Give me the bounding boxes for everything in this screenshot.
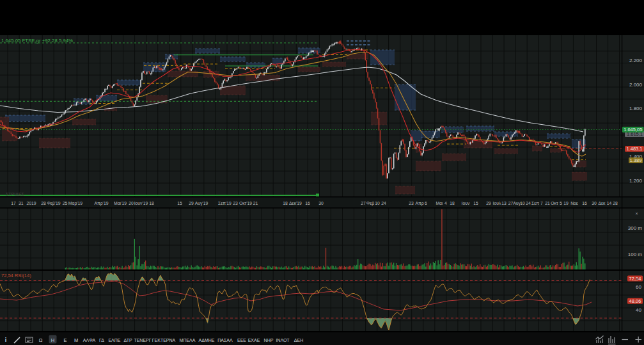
svg-text:×: × bbox=[635, 211, 638, 216]
svg-text:23: 23 bbox=[233, 201, 238, 205]
svg-text:×: × bbox=[636, 277, 638, 281]
svg-text:24: 24 bbox=[526, 201, 531, 205]
svg-text:Ιουν'19: Ιουν'19 bbox=[134, 201, 148, 205]
svg-text:23: 23 bbox=[409, 201, 414, 205]
svg-text:Δεκ'19: Δεκ'19 bbox=[289, 201, 302, 205]
svg-text:30: 30 bbox=[318, 201, 324, 205]
svg-text:ΠΑΣΑΛ: ΠΑΣΑΛ bbox=[217, 338, 233, 342]
svg-text:ΕΕΕ: ΕΕΕ bbox=[237, 338, 246, 342]
svg-text:28: 28 bbox=[613, 201, 618, 205]
svg-text:21: 21 bbox=[545, 201, 550, 205]
svg-text:1.200: 1.200 bbox=[629, 178, 643, 184]
svg-text:40: 40 bbox=[636, 307, 641, 313]
svg-text:1.800: 1.800 bbox=[629, 106, 643, 111]
svg-text:30: 30 bbox=[592, 201, 597, 205]
svg-text:100 m: 100 m bbox=[628, 252, 643, 257]
svg-text:60: 60 bbox=[636, 284, 641, 290]
svg-text:Οκτ: Οκτ bbox=[551, 201, 558, 205]
svg-text:10: 10 bbox=[375, 201, 380, 205]
svg-text:Ε: Ε bbox=[63, 337, 67, 343]
svg-text:18: 18 bbox=[450, 201, 455, 205]
svg-text:ΑΛΦΑ: ΑΛΦΑ bbox=[83, 338, 96, 342]
svg-text:18: 18 bbox=[149, 201, 154, 205]
svg-text:ΝΗΡ: ΝΗΡ bbox=[264, 338, 274, 342]
svg-text:2.200: 2.200 bbox=[629, 58, 643, 63]
svg-text:Ιουν: Ιουν bbox=[462, 201, 470, 205]
svg-text:19: 19 bbox=[563, 201, 569, 205]
svg-text:ΙΝΛΟΤ: ΙΝΛΟΤ bbox=[276, 338, 290, 342]
svg-text:ΕΛΠΕ: ΕΛΠΕ bbox=[108, 338, 120, 342]
svg-text:4: 4 bbox=[444, 201, 447, 205]
svg-text:ΤΕΝΕΡΓ: ΤΕΝΕΡΓ bbox=[134, 338, 151, 342]
svg-text:15: 15 bbox=[177, 201, 182, 205]
svg-text:Μαι: Μαι bbox=[436, 201, 443, 205]
svg-text:24: 24 bbox=[381, 201, 386, 205]
svg-text:ΑΔΜΗΕ: ΑΔΜΗΕ bbox=[199, 338, 215, 342]
svg-text:2.000: 2.000 bbox=[629, 82, 643, 88]
svg-text:Οκτ'19: Οκτ'19 bbox=[239, 201, 252, 205]
svg-text:Σεπ'19: Σεπ'19 bbox=[218, 201, 232, 205]
svg-text:Απρ: Απρ bbox=[415, 201, 423, 206]
svg-text:29: 29 bbox=[189, 201, 194, 205]
svg-text:48,06: 48,06 bbox=[629, 298, 641, 304]
svg-text:Ιουλ: Ιουλ bbox=[493, 201, 501, 205]
svg-text:13: 13 bbox=[501, 201, 507, 205]
svg-text:Μ: Μ bbox=[74, 337, 78, 343]
svg-text:Σεπ: Σεπ bbox=[531, 201, 539, 205]
svg-text:Φεβ: Φεβ bbox=[366, 201, 374, 206]
svg-text:2019: 2019 bbox=[26, 201, 36, 205]
svg-text:16: 16 bbox=[305, 201, 310, 205]
svg-text:27: 27 bbox=[361, 201, 366, 205]
svg-text:ΜΠΕΛΑ: ΜΠΕΛΑ bbox=[180, 338, 196, 342]
svg-text:25: 25 bbox=[63, 201, 68, 205]
svg-text:ΔΤΡ: ΔΤΡ bbox=[123, 338, 132, 342]
svg-text:i: i bbox=[5, 337, 7, 343]
svg-text:17: 17 bbox=[11, 201, 16, 205]
svg-text:Απρ'19: Απρ'19 bbox=[95, 201, 109, 206]
svg-text:20: 20 bbox=[129, 201, 134, 205]
svg-text:1,645.05 FTSE.gr +92.28 5.94%: 1,645.05 FTSE.gr +92.28 5.94% bbox=[1, 38, 73, 44]
svg-text:ΓΔ: ΓΔ bbox=[99, 338, 104, 342]
svg-text:ΕΧΑΕ: ΕΧΑΕ bbox=[248, 338, 260, 342]
svg-text:300 m: 300 m bbox=[628, 225, 643, 231]
svg-text:21: 21 bbox=[253, 201, 258, 205]
svg-text:14: 14 bbox=[607, 201, 612, 205]
svg-text:Αυγ'19: Αυγ'19 bbox=[195, 201, 208, 206]
svg-text:Μαι'19: Μαι'19 bbox=[114, 201, 127, 205]
svg-text:7: 7 bbox=[540, 201, 543, 205]
svg-text:Νοε: Νοε bbox=[570, 201, 578, 205]
svg-text:29: 29 bbox=[486, 201, 491, 205]
svg-text:ΣΤΡΙΔΕΣ: ΣΤΡΙΔΕΣ bbox=[6, 192, 25, 197]
svg-text:16: 16 bbox=[582, 201, 587, 205]
svg-text:Η: Η bbox=[51, 337, 54, 343]
svg-text:31: 31 bbox=[19, 201, 24, 205]
svg-text:ΓΕΚΤΕΡΝΑ: ΓΕΚΤΕΡΝΑ bbox=[152, 338, 176, 342]
svg-text:6: 6 bbox=[425, 201, 427, 205]
svg-text:1.389: 1.389 bbox=[630, 157, 642, 163]
svg-text:Ω: Ω bbox=[39, 337, 43, 343]
svg-text:Δεκ: Δεκ bbox=[599, 201, 606, 205]
svg-text:18: 18 bbox=[283, 201, 288, 205]
svg-text:Μαρ'19: Μαρ'19 bbox=[68, 201, 83, 206]
svg-text:28: 28 bbox=[41, 201, 46, 205]
svg-text:1.483,1: 1.483,1 bbox=[626, 146, 642, 152]
svg-text:10: 10 bbox=[520, 201, 525, 205]
svg-text:15: 15 bbox=[473, 201, 478, 205]
svg-text:Φεβ'19: Φεβ'19 bbox=[47, 201, 60, 206]
svg-text:5: 5 bbox=[560, 201, 562, 205]
svg-text:1.645,05: 1.645,05 bbox=[624, 127, 642, 132]
svg-text:ΔΕΗ: ΔΕΗ bbox=[294, 338, 303, 342]
svg-text:72,54 RSI(14): 72,54 RSI(14) bbox=[1, 273, 31, 278]
